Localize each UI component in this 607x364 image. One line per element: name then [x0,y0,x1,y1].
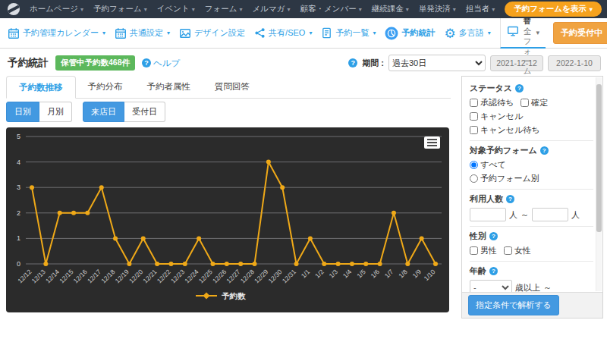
monthly-toggle-button[interactable]: 月別 [39,102,72,122]
svg-text:1/7: 1/7 [383,268,395,280]
sidebar-footer: 指定条件で解析する [462,292,602,318]
svg-text:12/16: 12/16 [72,268,89,284]
toolbar-reservation-stats[interactable]: 予約統計 [385,27,435,40]
status-confirmed-checkbox[interactable]: 確定 [521,97,548,108]
status-cancel-label: キャンセル [480,111,523,122]
toolbar-common-settings-menu[interactable]: 共通設定 [115,27,170,39]
svg-text:1/6: 1/6 [370,268,382,280]
daily-toggle-button[interactable]: 日別 [6,102,39,122]
analyze-button[interactable]: 指定条件で解析する [468,295,559,315]
app-logo-icon[interactable] [8,3,20,15]
svg-text:1/4: 1/4 [341,268,354,280]
age-min-select[interactable]: - [470,280,512,292]
target-form-byform-radio[interactable]: 予約フォーム別 [470,173,539,184]
chevron-down-icon [536,29,539,36]
date-basis-group: 来店日 受付日 [83,102,165,122]
target-form-all-label: すべて [480,159,506,171]
period-help-icon [348,58,357,67]
svg-text:予約数: 予約数 [222,291,246,300]
status-pending-label: 承認待ち [480,97,514,108]
tab-question-answers[interactable]: 質問回答 [203,76,262,99]
svg-text:4: 4 [17,158,20,166]
people-tilde: ～ [521,209,529,221]
svg-text:5: 5 [17,133,20,140]
gender-help-icon [489,232,498,240]
nav-event[interactable]: イベント [157,4,195,14]
pie-chart-icon [385,27,398,40]
nav-one-time-payment[interactable]: 単発決済 [419,4,456,14]
gender-male-label: 男性 [480,245,497,256]
nav-customers-members[interactable]: 顧客・メンバー [300,4,362,14]
toolbar-multilingual-menu[interactable]: ⚙ 多言語 [444,27,490,39]
date-from-input[interactable] [490,55,543,71]
tab-reservation-trend[interactable]: 予約数推移 [6,76,76,99]
toolbar-design-settings[interactable]: デザイン設定 [179,27,245,39]
toolbar-calendar-menu[interactable]: 予約管理カレンダー [8,27,105,39]
nav-staff[interactable]: 担当者 [466,4,495,14]
people-unit-label: 人 [509,209,517,221]
sidebar-scrollbar-thumb[interactable] [596,84,602,232]
filter-sidebar: ステータス 承認待ち 確定 キャンセル キャンセル待ち 対象予約フォーム すべて… [461,76,603,318]
svg-text:12/13: 12/13 [30,268,47,284]
status-waitlist-checkbox[interactable]: キャンセル待ち [470,124,540,136]
period-label: 期間 : [362,58,384,69]
svg-text:12/24: 12/24 [183,268,200,284]
target-form-help-icon [540,146,549,155]
status-help-icon [515,84,524,93]
help-link-label: ヘルプ [153,58,180,69]
toolbar-reservation-list-label: 予約一覧 [335,27,369,39]
tab-reservation-distribution[interactable]: 予約分布 [76,76,135,99]
nav-form[interactable]: フォーム [205,4,243,14]
target-form-all-radio[interactable]: すべて [470,159,506,171]
gender-female-checkbox[interactable]: 女性 [504,245,531,256]
svg-text:12/12: 12/12 [16,268,33,284]
tab-reserver-attributes[interactable]: 予約者属性 [135,76,203,99]
stored-reservations-badge: 保管中予約数468件 [55,55,135,71]
nav-mail-magazine[interactable]: メルマガ [253,4,291,14]
status-cancel-checkbox[interactable]: キャンセル [470,111,523,122]
svg-text:2: 2 [17,209,20,217]
svg-text:12/17: 12/17 [86,268,102,284]
period-select[interactable]: 過去30日 [388,55,486,71]
svg-text:12/18: 12/18 [99,268,116,284]
svg-text:12/30: 12/30 [267,268,284,284]
nav-reservation-form[interactable]: 予約フォーム [93,4,147,14]
gender-female-label: 女性 [514,245,531,256]
help-link[interactable]: ヘルプ [142,58,180,69]
gender-male-checkbox[interactable]: 男性 [470,245,497,256]
status-label: ステータス [470,83,512,94]
svg-text:12/31: 12/31 [281,268,297,284]
display-switch-dropdown[interactable]: 表示切替 全フォーム [500,18,546,49]
date-to-input[interactable] [548,55,601,71]
period-filter: 期間 : 過去30日 [348,55,601,71]
svg-text:12/14: 12/14 [44,268,61,284]
accept-date-toggle-button[interactable]: 受付日 [124,102,165,122]
status-pending-checkbox[interactable]: 承認待ち [470,97,514,108]
chart-menu-button[interactable] [424,136,440,149]
target-form-byform-label: 予約フォーム別 [480,173,539,184]
svg-text:12/27: 12/27 [225,268,241,284]
share-icon [254,27,266,39]
show-reservation-form-button[interactable]: 予約フォームを表示 [505,2,602,17]
accepting-toggle-group: 予約受付中 受付停止 [553,22,607,44]
calendar-icon [8,27,20,39]
toolbar-common-settings-label: 共通設定 [130,27,163,39]
toolbar-design-settings-label: デザイン設定 [194,27,245,39]
toolbar-reservation-list-menu[interactable]: 予約一覧 [321,27,376,39]
svg-text:1/1: 1/1 [300,268,312,280]
svg-text:0: 0 [17,260,20,268]
toolbar-share-seo-menu[interactable]: 共有/SEO [254,27,312,39]
nav-recurring-billing[interactable]: 継続課金 [372,4,409,14]
people-min-input[interactable] [470,208,506,221]
svg-text:1/2: 1/2 [313,268,326,280]
visit-date-toggle-button[interactable]: 来店日 [83,102,124,122]
svg-text:12/25: 12/25 [197,268,214,284]
status-waitlist-label: キャンセル待ち [480,124,540,136]
period-unit-group: 日別 月別 [6,102,72,122]
svg-text:12/29: 12/29 [253,268,269,284]
accepting-button[interactable]: 予約受付中 [553,22,607,44]
people-max-input[interactable] [532,208,568,221]
nav-homepage[interactable]: ホームページ [30,4,83,14]
sidebar-scrollbar[interactable] [596,77,602,291]
svg-text:12/19: 12/19 [114,268,131,284]
